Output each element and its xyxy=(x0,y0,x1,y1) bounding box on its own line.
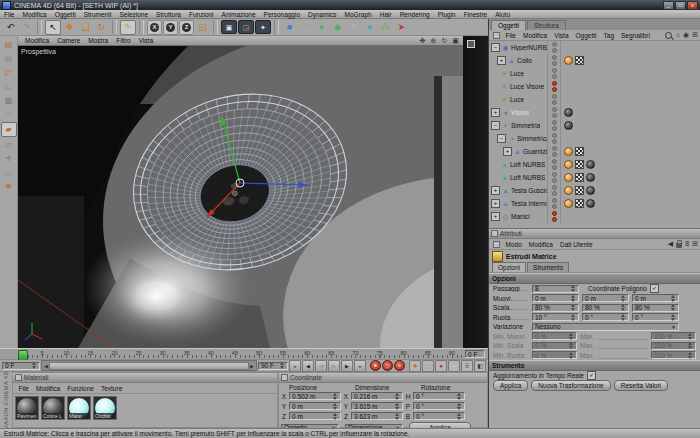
min-muovi-max-field[interactable]: 100 % xyxy=(651,332,696,340)
lock-x-icon[interactable]: X xyxy=(147,20,162,35)
ruota-field-0[interactable]: 10 ° xyxy=(532,313,579,321)
stepper-icon[interactable] xyxy=(688,342,693,349)
tree-item-collo[interactable]: +▲Collo xyxy=(489,54,700,67)
visibility-dot[interactable] xyxy=(552,139,557,144)
materials-menu-file[interactable]: File xyxy=(15,385,32,392)
expand-icon[interactable]: + xyxy=(491,108,500,117)
min-ruota-max-field[interactable]: 100 % xyxy=(651,351,696,359)
min-scala-field[interactable]: 0 % xyxy=(532,342,577,350)
expand-icon[interactable]: + xyxy=(503,147,512,156)
viewport-canvas[interactable]: Prospettiva xyxy=(18,46,463,348)
material-occhio[interactable]: Occhio xyxy=(93,396,117,420)
record-active-button[interactable]: ● xyxy=(435,360,447,372)
stepper-icon[interactable] xyxy=(621,295,626,302)
stepper-icon[interactable] xyxy=(688,333,693,340)
next-key-button[interactable]: ▶ xyxy=(341,360,353,372)
material-pavimen[interactable]: Pavimen xyxy=(15,396,39,420)
polygons-mode-icon[interactable]: ▰ xyxy=(1,122,17,137)
visibility-dot[interactable] xyxy=(552,185,557,190)
visibility-dot[interactable] xyxy=(552,152,557,157)
scrollbar-thumb[interactable] xyxy=(49,362,249,370)
visibility-dot[interactable] xyxy=(552,68,557,73)
menu-aiuto[interactable]: Aiuto xyxy=(491,11,514,18)
rotate-tool-icon[interactable]: ↻ xyxy=(94,20,109,34)
visibility-dot[interactable] xyxy=(552,133,557,138)
tab-strumento[interactable]: Strumento xyxy=(527,262,569,272)
materials-menu-texture[interactable]: Texture xyxy=(97,385,125,392)
stepper-icon[interactable] xyxy=(621,304,626,311)
materials-menu-funzione[interactable]: Funzione xyxy=(64,385,98,392)
min-muovi-field[interactable]: 0 % xyxy=(532,332,577,340)
stepper-icon[interactable] xyxy=(571,285,576,292)
texture-mode-icon[interactable]: ▩ xyxy=(2,94,16,107)
expand-icon[interactable]: + xyxy=(491,212,500,221)
add-spline-icon[interactable]: ◠ xyxy=(298,20,313,34)
texture-tag-icon[interactable] xyxy=(575,147,584,156)
add-deformer-icon[interactable]: ✚ xyxy=(346,20,361,34)
panel-icon[interactable] xyxy=(493,241,500,248)
float-window-icon[interactable]: ⊞ xyxy=(692,31,698,39)
model-mode-icon[interactable]: ◸ xyxy=(2,66,16,79)
resetta-valori-button[interactable]: Resetta Valori xyxy=(614,380,668,391)
smoothing-tag-icon[interactable] xyxy=(564,186,573,195)
play-forward-button[interactable]: ▷ xyxy=(328,360,340,372)
snap-grid-button[interactable]: ⠿ xyxy=(461,360,473,372)
texture-tag-icon[interactable] xyxy=(575,186,584,195)
scala-field-1[interactable]: 80 % xyxy=(582,304,629,312)
tab-opzioni[interactable]: Opzioni xyxy=(492,262,526,272)
material-tag-icon[interactable] xyxy=(586,186,595,195)
menu-dynamics[interactable]: Dynamics xyxy=(304,11,341,18)
make-editable-icon[interactable]: ▤ xyxy=(2,38,16,51)
maximize-view-icon[interactable]: ▣ xyxy=(451,37,460,45)
applica-button[interactable]: Applica xyxy=(493,380,528,391)
stepper-icon[interactable] xyxy=(457,403,462,410)
scala-field-2[interactable]: 80 % xyxy=(632,304,679,312)
material-tag-icon[interactable] xyxy=(586,160,595,169)
nuova-trasformazione-button[interactable]: Nuova Trasformazione xyxy=(531,380,610,391)
tree-item-loft-nurbs[interactable]: ▲Loft NURBS xyxy=(489,171,700,184)
visibility-dot[interactable] xyxy=(552,159,557,164)
menu-mograph[interactable]: MoGraph xyxy=(341,11,376,18)
material-tag-icon[interactable] xyxy=(564,121,573,130)
materials-menu-modifica[interactable]: Modifica xyxy=(32,385,63,392)
texture-paint-icon[interactable]: ▦ xyxy=(2,52,16,65)
menu-personaggio[interactable]: Personaggio xyxy=(260,11,305,18)
points-mode-icon[interactable]: ∵ xyxy=(2,108,16,121)
visibility-icon[interactable]: ◉ xyxy=(683,31,689,39)
end-frame-field[interactable]: 90 F xyxy=(258,362,288,370)
menu-oggetti[interactable]: Oggetti xyxy=(51,11,80,18)
muovi-field-1[interactable]: 0 m xyxy=(582,294,629,302)
pan-view-icon[interactable]: ✥ xyxy=(418,37,427,45)
visibility-dot[interactable] xyxy=(552,178,557,183)
redo-icon[interactable]: ↷ xyxy=(19,20,34,34)
material-tag-icon[interactable] xyxy=(586,199,595,208)
ruota-field-1[interactable]: 0 ° xyxy=(582,313,629,321)
stepper-icon[interactable] xyxy=(395,403,400,410)
record-rotation-button[interactable]: ↻ xyxy=(394,360,405,371)
material-tag-icon[interactable] xyxy=(564,108,573,117)
search-icon[interactable] xyxy=(665,32,672,39)
render-view-icon[interactable]: ▣ xyxy=(221,20,237,34)
stepper-icon[interactable] xyxy=(32,362,37,369)
passaggi-field[interactable]: 8 xyxy=(532,285,579,293)
menu-file[interactable]: File xyxy=(0,11,18,18)
workplane-mode-icon[interactable]: ◺ xyxy=(2,166,16,179)
lock-z-icon[interactable]: Z xyxy=(179,20,194,35)
visibility-dot[interactable] xyxy=(552,165,557,170)
om-menu-segnalibri[interactable]: Segnalibri xyxy=(618,32,654,39)
tab-oggetti[interactable]: Oggetti xyxy=(491,20,526,30)
min-ruota-field[interactable]: 0 % xyxy=(532,351,577,359)
undo-icon[interactable]: ↶ xyxy=(3,20,18,34)
expand-icon[interactable]: + xyxy=(491,199,500,208)
rotation-field-1[interactable]: 0 ° xyxy=(413,402,465,410)
visibility-dot[interactable] xyxy=(552,48,557,53)
visibility-dots[interactable] xyxy=(547,80,560,93)
visibility-dots[interactable] xyxy=(547,197,560,210)
visibility-dots[interactable] xyxy=(547,145,560,158)
tree-item-loft-nurbs[interactable]: ▲Loft NURBS xyxy=(489,158,700,171)
visibility-dots[interactable] xyxy=(547,41,560,54)
smoothing-tag-icon[interactable] xyxy=(564,173,573,182)
active-tool-icon[interactable]: ✎ xyxy=(120,20,136,35)
record-position-button[interactable]: ✥ xyxy=(370,360,381,371)
visibility-dots[interactable] xyxy=(547,184,560,197)
